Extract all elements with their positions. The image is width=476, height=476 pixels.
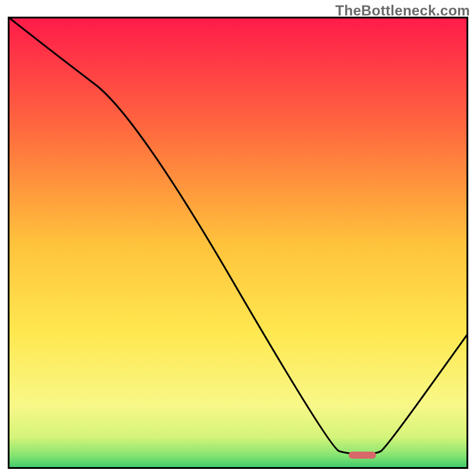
watermark-label: TheBottleneck.com (336, 2, 470, 19)
chart-stage: TheBottleneck.com (0, 0, 476, 476)
plot-svg (8, 17, 468, 469)
plot-area (8, 17, 468, 469)
optimal-marker (349, 452, 376, 459)
gradient-bg (8, 17, 468, 469)
